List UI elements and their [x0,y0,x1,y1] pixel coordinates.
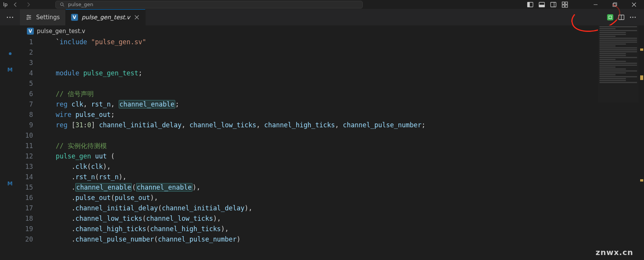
code-line[interactable]: 15 .channel_enable(channel_enable), [23,182,644,193]
svg-point-20 [27,15,28,16]
svg-point-22 [27,18,28,20]
svg-point-25 [630,17,631,18]
svg-point-16 [12,17,13,18]
tab-bar: Settings V pulse_gen_test.v [0,9,644,25]
line-number: 18 [23,213,40,224]
overview-ruler[interactable] [639,25,644,260]
line-number: 3 [23,58,40,68]
line-number: 16 [23,193,40,203]
line-number: 15 [23,182,40,193]
line-number: 2 [23,47,40,58]
layout-secondary-sidebar-icon[interactable] [549,1,557,8]
breadcrumb-file: pulse_gen_test.v [37,28,85,35]
line-content: pulse_gen uut ( [40,151,115,162]
line-number: 8 [23,110,40,120]
line-content: // 信号声明 [40,89,94,99]
line-number: 17 [23,203,40,213]
line-content: .channel_high_ticks(channel_high_ticks), [40,224,229,234]
code-line[interactable]: 12 pulse_gen uut ( [23,151,644,162]
svg-point-14 [7,17,8,18]
svg-rect-9 [562,5,564,7]
code-line[interactable]: 2 [23,47,644,58]
line-content: .channel_initial_delay(channel_initial_d… [40,203,252,213]
main-area: M M V pulse_gen_test.v 1 `include "pulse… [0,25,644,260]
verilog-file-icon: V [27,28,34,35]
close-icon[interactable] [134,14,140,20]
svg-rect-8 [565,2,568,4]
code-line[interactable]: 6 // 信号声明 [23,89,644,99]
editor-menu-icon[interactable] [0,9,20,25]
verilog-file-icon: V [71,14,78,21]
svg-point-21 [29,17,30,18]
svg-rect-2 [528,2,529,7]
svg-point-26 [632,17,634,18]
line-number: 9 [23,120,40,130]
line-number: 12 [23,151,40,162]
code-line[interactable]: 5 [23,78,644,89]
line-content: reg clk, rst_n, channel_enable; [40,99,179,110]
code-line[interactable]: 8 wire pulse_out; [23,110,644,120]
svg-point-27 [635,17,636,18]
window-close-button[interactable] [626,0,642,9]
line-number: 5 [23,78,40,89]
split-editor-icon[interactable] [618,14,625,21]
modified-indicator: M [7,180,13,187]
line-content: .channel_enable(channel_enable), [40,182,200,193]
nav-forward-icon[interactable] [23,0,34,9]
command-center-search[interactable]: pulse_gen [55,1,363,8]
line-number: 1 [23,37,40,47]
breadcrumb[interactable]: V pulse_gen_test.v [20,25,644,37]
svg-rect-12 [614,3,617,6]
window-minimize-button[interactable] [588,0,603,9]
line-content: module pulse_gen_test; [40,68,142,78]
code-line[interactable]: 16 .pulse_out(pulse_out), [23,193,644,203]
code-line[interactable]: 11 // 实例化待测模 [23,141,644,151]
line-number: 4 [23,68,40,78]
line-content: reg [31:0] channel_initial_delay, channe… [40,120,425,130]
layout-primary-sidebar-icon[interactable] [526,1,534,8]
overview-mark [640,48,643,51]
window-maximize-button[interactable] [607,0,622,9]
line-content: `include "pulse_gen.sv" [40,37,146,47]
code-line[interactable]: 4 module pulse_gen_test; [23,68,644,78]
line-number: 20 [23,234,40,245]
layout-panel-icon[interactable] [538,1,546,8]
line-number: 10 [23,130,40,141]
line-content: .clk(clk), [40,162,111,172]
code-area[interactable]: 1 `include "pulse_gen.sv"234 module puls… [20,37,644,245]
tab-label: pulse_gen_test.v [82,14,130,21]
line-content: .channel_pulse_number(channel_pulse_numb… [40,234,241,245]
code-line[interactable]: 13 .clk(clk), [23,162,644,172]
sliders-icon [25,14,32,21]
code-line[interactable]: 17 .channel_initial_delay(channel_initia… [23,203,644,213]
line-number: 19 [23,224,40,234]
code-line[interactable]: 20 .channel_pulse_number(channel_pulse_n… [23,234,644,245]
tab-settings[interactable]: Settings [20,9,66,25]
line-content: wire pulse_out; [40,110,115,120]
code-line[interactable]: 10 [23,130,644,141]
code-line[interactable]: 19 .channel_high_ticks(channel_high_tick… [23,224,644,234]
tab-label: Settings [36,14,60,21]
code-line[interactable]: 1 `include "pulse_gen.sv" [23,37,644,47]
minimap[interactable] [598,25,639,102]
code-line[interactable]: 18 .channel_low_ticks(channel_low_ticks)… [23,213,644,224]
nav-back-icon[interactable] [10,0,21,9]
svg-point-0 [60,3,63,5]
digital-ide-icon[interactable] [607,14,613,20]
line-content: // 实例化待测模 [40,141,107,151]
overview-mark [640,78,643,80]
code-line[interactable]: 9 reg [31:0] channel_initial_delay, chan… [23,120,644,130]
line-number: 11 [23,141,40,151]
menu-stub[interactable]: lp [3,2,8,7]
customize-layout-icon[interactable] [561,1,569,8]
watermark: znwx.cn [596,248,633,257]
line-number: 14 [23,172,40,182]
code-line[interactable]: 3 [23,58,644,68]
tab-file-pulse-gen-test[interactable]: V pulse_gen_test.v [66,9,146,25]
more-actions-icon[interactable] [629,14,636,21]
code-line[interactable]: 14 .rst_n(rst_n), [23,172,644,182]
scm-gutter: M M [0,25,20,260]
code-line[interactable]: 7 reg clk, rst_n, channel_enable; [23,99,644,110]
svg-rect-4 [539,5,544,7]
editor[interactable]: V pulse_gen_test.v 1 `include "pulse_gen… [20,25,644,260]
